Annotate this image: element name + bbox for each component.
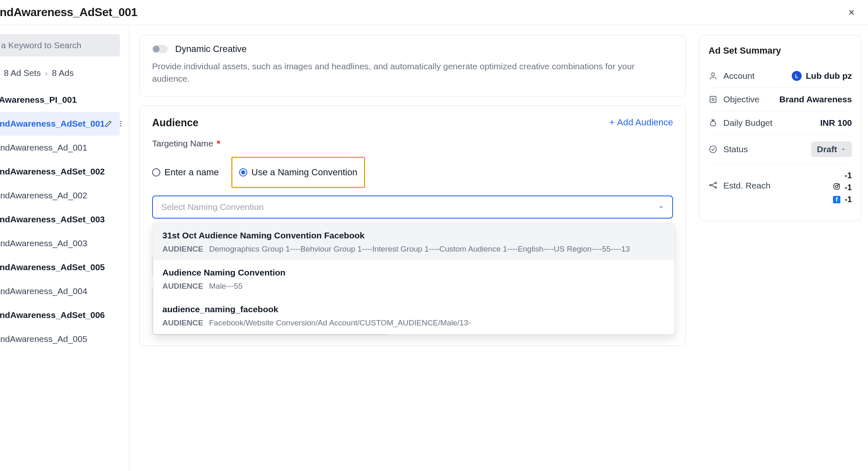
tree-item[interactable]: BrandAwareness_AdSet_001	[0, 112, 120, 136]
targeting-name-label: Targeting Name	[152, 139, 213, 148]
breadcrumb-item[interactable]: 8 Ads	[52, 68, 74, 78]
tree-item-label: BrandAwareness_AdSet_002	[0, 167, 105, 177]
chevron-up-icon	[658, 202, 664, 212]
user-icon	[708, 71, 718, 80]
svg-point-11	[835, 185, 838, 188]
target-icon	[708, 95, 718, 104]
summary-row-objective: Objective Brand Awareness	[708, 88, 852, 111]
tree-item[interactable]: andAwareness_PI_001	[0, 88, 120, 112]
tree-item-label: BrandAwareness_Ad_001	[0, 143, 87, 153]
summary-row-reach: Estd. Reach -1 -1 f -1	[708, 164, 852, 211]
tree-item-label: BrandAwareness_AdSet_001	[0, 119, 105, 129]
naming-convention-select[interactable]: Select Naming Convention	[152, 195, 673, 219]
radio-enter-name[interactable]: Enter a name	[152, 167, 219, 178]
tree-item-label: BrandAwareness_AdSet_006	[0, 310, 105, 320]
audience-title: Audience	[152, 117, 199, 129]
svg-point-7	[710, 184, 711, 186]
summary-title: Ad Set Summary	[708, 45, 852, 56]
dropdown-option[interactable]: audience_naming_facebook AUDIENCEFaceboo…	[153, 297, 674, 334]
add-audience-button[interactable]: + Add Audience	[609, 117, 673, 128]
audience-card: Audience + Add Audience Targeting Name ■	[139, 106, 686, 346]
breadcrumb-item[interactable]: 8 Ad Sets	[4, 68, 41, 78]
money-bag-icon	[708, 118, 718, 127]
required-indicator: ■	[217, 139, 220, 145]
dropdown-option[interactable]: 31st Oct Audience Naming Convention Face…	[153, 223, 674, 260]
summary-panel: Ad Set Summary Account L Lub dub pz Obje…	[696, 25, 868, 471]
dynamic-creative-card: Dynamic Creative Provide individual asse…	[139, 35, 686, 97]
tree-item[interactable]: BrandAwareness_AdSet_003	[0, 207, 120, 231]
dynamic-creative-toggle[interactable]	[152, 45, 168, 53]
tree-item[interactable]: BrandAwareness_Ad_001	[0, 136, 120, 160]
sidebar: ns › 8 Ad Sets › 8 Ads andAwareness_PI_0…	[0, 25, 129, 471]
tree-item[interactable]: BrandAwareness_Ad_002	[0, 184, 120, 207]
instagram-icon	[833, 183, 840, 192]
chevron-right-icon: ›	[45, 68, 48, 78]
tree-item[interactable]: BrandAwareness_Ad_005	[0, 327, 120, 351]
header: andAwareness_AdSet_001	[0, 0, 868, 25]
svg-point-3	[711, 73, 714, 76]
svg-point-12	[838, 184, 839, 185]
dynamic-creative-label: Dynamic Creative	[175, 44, 247, 54]
tree-item-label: andAwareness_PI_001	[0, 95, 77, 105]
campaign-tree: andAwareness_PI_001BrandAwareness_AdSet_…	[0, 88, 120, 351]
tree-item-label: BrandAwareness_Ad_005	[0, 334, 87, 344]
chevron-down-icon	[840, 146, 846, 152]
main-content: Dynamic Creative Provide individual asse…	[129, 25, 696, 471]
tree-item-label: BrandAwareness_AdSet_005	[0, 262, 105, 272]
svg-point-2	[120, 125, 122, 127]
naming-convention-dropdown: 31st Oct Audience Naming Convention Face…	[153, 223, 675, 334]
dynamic-creative-description: Provide individual assets, such as image…	[152, 60, 673, 85]
tree-item[interactable]: BrandAwareness_Ad_003	[0, 231, 120, 255]
svg-rect-4	[710, 97, 716, 103]
svg-point-5	[712, 98, 714, 101]
svg-point-0	[120, 121, 122, 122]
close-button[interactable]	[845, 6, 858, 19]
tree-item[interactable]: BrandAwareness_AdSet_005	[0, 255, 120, 279]
status-dropdown[interactable]: Draft	[811, 141, 852, 157]
plus-icon: +	[609, 117, 615, 128]
tree-item-label: BrandAwareness_Ad_004	[0, 286, 87, 296]
tree-item[interactable]: BrandAwareness_Ad_004	[0, 279, 120, 303]
summary-row-account: Account L Lub dub pz	[708, 64, 852, 88]
tree-item-label: BrandAwareness_Ad_002	[0, 191, 87, 200]
naming-convention-highlight: Use a Naming Convention	[231, 157, 365, 188]
search-input[interactable]	[0, 34, 120, 57]
page-title: andAwareness_AdSet_001	[0, 6, 137, 19]
dropdown-option[interactable]: Audience Naming Convention AUDIENCEMale-…	[153, 260, 674, 297]
svg-point-8	[715, 182, 717, 184]
tree-item-label: BrandAwareness_Ad_003	[0, 238, 87, 248]
network-icon	[708, 181, 718, 190]
tree-item-label: BrandAwareness_AdSet_003	[0, 214, 105, 224]
close-icon	[847, 8, 856, 16]
breadcrumb: ns › 8 Ad Sets › 8 Ads	[0, 65, 120, 88]
svg-point-6	[710, 146, 717, 153]
more-icon[interactable]	[117, 120, 124, 127]
tree-item[interactable]: BrandAwareness_AdSet_002	[0, 160, 120, 184]
check-circle-icon	[708, 145, 718, 154]
radio-use-convention[interactable]: Use a Naming Convention	[239, 167, 357, 178]
summary-row-status: Status Draft	[708, 135, 852, 164]
svg-point-1	[120, 123, 122, 125]
tree-item[interactable]: BrandAwareness_AdSet_006	[0, 303, 120, 327]
account-avatar: L	[792, 71, 802, 81]
facebook-icon: f	[833, 196, 840, 203]
edit-icon[interactable]	[105, 120, 112, 127]
svg-point-9	[715, 187, 717, 188]
summary-row-budget: Daily Budget INR 100	[708, 111, 852, 135]
